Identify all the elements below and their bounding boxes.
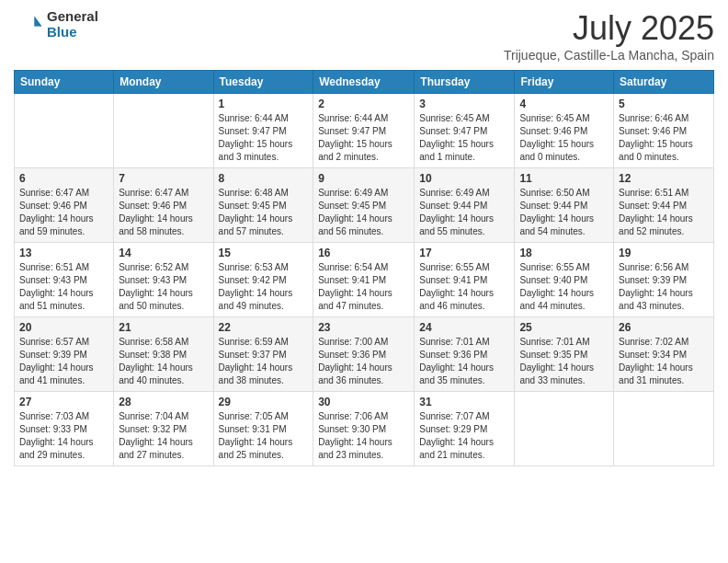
day-number: 13 bbox=[19, 247, 108, 259]
col-tuesday: Tuesday bbox=[213, 71, 313, 94]
day-detail: Sunrise: 7:00 AM Sunset: 9:36 PM Dayligh… bbox=[318, 336, 409, 387]
calendar-week-row: 6Sunrise: 6:47 AM Sunset: 9:46 PM Daylig… bbox=[15, 168, 714, 243]
day-detail: Sunrise: 6:56 AM Sunset: 9:39 PM Dayligh… bbox=[619, 261, 709, 313]
day-detail: Sunrise: 6:53 AM Sunset: 9:42 PM Dayligh… bbox=[219, 261, 309, 313]
col-thursday: Thursday bbox=[415, 71, 515, 94]
location-title: Trijueque, Castille-La Mancha, Spain bbox=[504, 48, 714, 63]
table-row: 25Sunrise: 7:01 AM Sunset: 9:35 PM Dayli… bbox=[515, 317, 614, 392]
table-row: 15Sunrise: 6:53 AM Sunset: 9:42 PM Dayli… bbox=[213, 243, 313, 317]
day-number: 25 bbox=[519, 321, 609, 334]
day-detail: Sunrise: 6:57 AM Sunset: 9:39 PM Dayligh… bbox=[19, 336, 108, 387]
day-detail: Sunrise: 6:46 AM Sunset: 9:46 PM Dayligh… bbox=[619, 112, 709, 164]
day-detail: Sunrise: 6:47 AM Sunset: 9:46 PM Dayligh… bbox=[19, 187, 108, 238]
calendar-week-row: 27Sunrise: 7:03 AM Sunset: 9:33 PM Dayli… bbox=[15, 392, 714, 466]
day-detail: Sunrise: 6:45 AM Sunset: 9:46 PM Dayligh… bbox=[519, 112, 609, 164]
calendar-header-row: Sunday Monday Tuesday Wednesday Thursday… bbox=[15, 71, 714, 94]
day-number: 4 bbox=[519, 98, 609, 110]
svg-marker-1 bbox=[34, 16, 41, 26]
day-detail: Sunrise: 6:52 AM Sunset: 9:43 PM Dayligh… bbox=[119, 261, 208, 313]
table-row: 1Sunrise: 6:44 AM Sunset: 9:47 PM Daylig… bbox=[213, 94, 313, 168]
day-detail: Sunrise: 6:44 AM Sunset: 9:47 PM Dayligh… bbox=[318, 112, 409, 164]
day-number: 9 bbox=[318, 172, 409, 185]
day-detail: Sunrise: 6:45 AM Sunset: 9:47 PM Dayligh… bbox=[419, 112, 509, 164]
day-detail: Sunrise: 6:51 AM Sunset: 9:44 PM Dayligh… bbox=[619, 187, 709, 238]
day-number: 6 bbox=[19, 172, 108, 185]
day-detail: Sunrise: 7:07 AM Sunset: 9:29 PM Dayligh… bbox=[419, 410, 509, 462]
table-row: 28Sunrise: 7:04 AM Sunset: 9:32 PM Dayli… bbox=[114, 392, 213, 466]
table-row: 21Sunrise: 6:58 AM Sunset: 9:38 PM Dayli… bbox=[114, 317, 213, 392]
day-detail: Sunrise: 6:58 AM Sunset: 9:38 PM Dayligh… bbox=[119, 336, 208, 387]
day-number: 28 bbox=[119, 396, 208, 408]
day-detail: Sunrise: 6:48 AM Sunset: 9:45 PM Dayligh… bbox=[219, 187, 309, 238]
day-number: 3 bbox=[419, 98, 509, 110]
table-row: 29Sunrise: 7:05 AM Sunset: 9:31 PM Dayli… bbox=[213, 392, 313, 466]
day-number: 29 bbox=[219, 396, 309, 408]
day-number: 23 bbox=[318, 321, 409, 334]
table-row: 14Sunrise: 6:52 AM Sunset: 9:43 PM Dayli… bbox=[114, 243, 213, 317]
table-row: 8Sunrise: 6:48 AM Sunset: 9:45 PM Daylig… bbox=[213, 168, 313, 243]
day-detail: Sunrise: 6:51 AM Sunset: 9:43 PM Dayligh… bbox=[19, 261, 108, 313]
day-number: 27 bbox=[19, 396, 108, 408]
day-detail: Sunrise: 6:44 AM Sunset: 9:47 PM Dayligh… bbox=[219, 112, 309, 164]
table-row: 24Sunrise: 7:01 AM Sunset: 9:36 PM Dayli… bbox=[415, 317, 515, 392]
day-number: 20 bbox=[19, 321, 108, 334]
day-number: 1 bbox=[219, 98, 309, 110]
day-number: 19 bbox=[619, 247, 709, 259]
day-number: 30 bbox=[318, 396, 409, 408]
table-row: 27Sunrise: 7:03 AM Sunset: 9:33 PM Dayli… bbox=[15, 392, 114, 466]
table-row: 2Sunrise: 6:44 AM Sunset: 9:47 PM Daylig… bbox=[313, 94, 415, 168]
day-number: 7 bbox=[119, 172, 208, 185]
day-number: 31 bbox=[419, 396, 509, 408]
day-number: 16 bbox=[318, 247, 409, 259]
day-detail: Sunrise: 7:05 AM Sunset: 9:31 PM Dayligh… bbox=[219, 410, 309, 462]
table-row: 23Sunrise: 7:00 AM Sunset: 9:36 PM Dayli… bbox=[313, 317, 415, 392]
table-row: 3Sunrise: 6:45 AM Sunset: 9:47 PM Daylig… bbox=[415, 94, 515, 168]
table-row: 5Sunrise: 6:46 AM Sunset: 9:46 PM Daylig… bbox=[614, 94, 714, 168]
day-number: 8 bbox=[219, 172, 309, 185]
day-number: 24 bbox=[419, 321, 509, 334]
day-detail: Sunrise: 7:01 AM Sunset: 9:35 PM Dayligh… bbox=[519, 336, 609, 387]
col-monday: Monday bbox=[114, 71, 213, 94]
day-detail: Sunrise: 7:01 AM Sunset: 9:36 PM Dayligh… bbox=[419, 336, 509, 387]
day-detail: Sunrise: 7:06 AM Sunset: 9:30 PM Dayligh… bbox=[318, 410, 409, 462]
day-number: 12 bbox=[619, 172, 709, 185]
day-detail: Sunrise: 6:50 AM Sunset: 9:44 PM Dayligh… bbox=[519, 187, 609, 238]
day-number: 21 bbox=[119, 321, 208, 334]
logo-text: General Blue bbox=[47, 9, 98, 40]
day-number: 11 bbox=[519, 172, 609, 185]
logo-icon bbox=[14, 10, 43, 40]
day-number: 14 bbox=[119, 247, 208, 259]
table-row: 16Sunrise: 6:54 AM Sunset: 9:41 PM Dayli… bbox=[313, 243, 415, 317]
table-row: 13Sunrise: 6:51 AM Sunset: 9:43 PM Dayli… bbox=[15, 243, 114, 317]
title-section: July 2025 Trijueque, Castille-La Mancha,… bbox=[504, 9, 714, 63]
day-detail: Sunrise: 7:03 AM Sunset: 9:33 PM Dayligh… bbox=[19, 410, 108, 462]
day-number: 17 bbox=[419, 247, 509, 259]
table-row: 7Sunrise: 6:47 AM Sunset: 9:46 PM Daylig… bbox=[114, 168, 213, 243]
day-number: 22 bbox=[219, 321, 309, 334]
table-row bbox=[614, 392, 714, 466]
calendar-week-row: 13Sunrise: 6:51 AM Sunset: 9:43 PM Dayli… bbox=[15, 243, 714, 317]
table-row: 4Sunrise: 6:45 AM Sunset: 9:46 PM Daylig… bbox=[515, 94, 614, 168]
table-row: 17Sunrise: 6:55 AM Sunset: 9:41 PM Dayli… bbox=[415, 243, 515, 317]
day-detail: Sunrise: 6:55 AM Sunset: 9:41 PM Dayligh… bbox=[419, 261, 509, 313]
table-row: 20Sunrise: 6:57 AM Sunset: 9:39 PM Dayli… bbox=[15, 317, 114, 392]
table-row: 30Sunrise: 7:06 AM Sunset: 9:30 PM Dayli… bbox=[313, 392, 415, 466]
col-sunday: Sunday bbox=[15, 71, 114, 94]
day-detail: Sunrise: 6:59 AM Sunset: 9:37 PM Dayligh… bbox=[219, 336, 309, 387]
day-number: 18 bbox=[519, 247, 609, 259]
day-number: 10 bbox=[419, 172, 509, 185]
header: General Blue July 2025 Trijueque, Castil… bbox=[14, 9, 714, 63]
day-number: 5 bbox=[619, 98, 709, 110]
table-row: 12Sunrise: 6:51 AM Sunset: 9:44 PM Dayli… bbox=[614, 168, 714, 243]
day-number: 2 bbox=[318, 98, 409, 110]
logo-blue: Blue bbox=[47, 25, 98, 40]
day-detail: Sunrise: 6:47 AM Sunset: 9:46 PM Dayligh… bbox=[119, 187, 208, 238]
table-row: 10Sunrise: 6:49 AM Sunset: 9:44 PM Dayli… bbox=[415, 168, 515, 243]
calendar-week-row: 20Sunrise: 6:57 AM Sunset: 9:39 PM Dayli… bbox=[15, 317, 714, 392]
table-row: 9Sunrise: 6:49 AM Sunset: 9:45 PM Daylig… bbox=[313, 168, 415, 243]
logo: General Blue bbox=[14, 9, 98, 40]
table-row: 31Sunrise: 7:07 AM Sunset: 9:29 PM Dayli… bbox=[415, 392, 515, 466]
col-friday: Friday bbox=[515, 71, 614, 94]
day-detail: Sunrise: 7:04 AM Sunset: 9:32 PM Dayligh… bbox=[119, 410, 208, 462]
col-wednesday: Wednesday bbox=[313, 71, 415, 94]
